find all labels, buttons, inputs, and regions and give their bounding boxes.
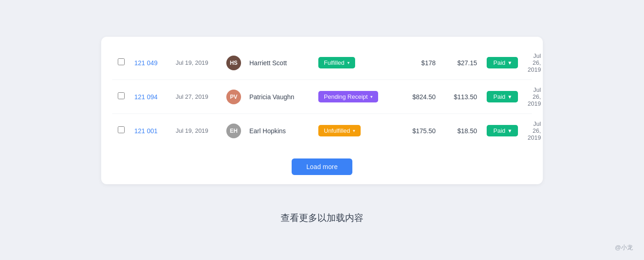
order-tax: $113.50	[436, 93, 477, 101]
table-row: 121 001 Jul 19, 2019 EH Earl Hopkins Unf…	[112, 114, 532, 147]
order-amount: $824.50	[394, 93, 436, 101]
chevron-down-icon: ▾	[508, 93, 512, 100]
avatar-col: PV	[226, 90, 249, 104]
fulfillment-badge[interactable]: Pending Receipt ▾	[318, 91, 378, 102]
row-checkbox-col	[118, 58, 134, 67]
avatar-col: EH	[226, 124, 249, 138]
table-body: 121 049 Jul 19, 2019 HS Harriett Scott F…	[112, 46, 532, 147]
payment-badge[interactable]: Paid ▾	[487, 91, 518, 102]
avatar: PV	[226, 90, 241, 104]
load-more-button[interactable]: Load more	[292, 158, 352, 175]
last-date: Jul 26, 2019	[528, 120, 545, 141]
last-date: Jul 26, 2019	[528, 86, 545, 107]
customer-name: Earl Hopkins	[249, 127, 318, 135]
order-id[interactable]: 121 049	[134, 59, 176, 67]
orders-card: 121 049 Jul 19, 2019 HS Harriett Scott F…	[101, 37, 543, 184]
customer-name: Harriett Scott	[249, 59, 318, 67]
fulfillment-status-col: Unfulfilled ▾	[318, 125, 394, 136]
payment-badge[interactable]: Paid ▾	[487, 57, 518, 68]
row-checkbox-col	[118, 126, 134, 135]
table-row: 121 094 Jul 27, 2019 PV Patricia Vaughn …	[112, 80, 532, 114]
row-checkbox[interactable]	[118, 58, 125, 65]
chevron-down-icon: ▾	[353, 128, 355, 133]
fulfillment-status-col: Fulfilled ▾	[318, 57, 394, 68]
order-tax: $18.50	[436, 127, 477, 135]
payment-status-col: Paid ▾	[477, 57, 528, 68]
row-checkbox[interactable]	[118, 126, 125, 133]
fulfillment-status-col: Pending Receipt ▾	[318, 91, 394, 102]
order-date: Jul 27, 2019	[176, 93, 226, 100]
order-tax: $27.15	[436, 59, 477, 67]
order-amount: $175.50	[394, 127, 436, 135]
order-id[interactable]: 121 001	[134, 127, 176, 135]
avatar-col: HS	[226, 56, 249, 70]
payment-status-col: Paid ▾	[477, 125, 528, 136]
table-row: 121 049 Jul 19, 2019 HS Harriett Scott F…	[112, 46, 532, 80]
order-date: Jul 19, 2019	[176, 59, 226, 66]
order-id[interactable]: 121 094	[134, 93, 176, 101]
order-amount: $178	[394, 59, 436, 67]
fulfillment-badge[interactable]: Fulfilled ▾	[318, 57, 355, 68]
fulfillment-badge[interactable]: Unfulfilled ▾	[318, 125, 361, 136]
customer-name: Patricia Vaughn	[249, 93, 318, 101]
payment-badge[interactable]: Paid ▾	[487, 125, 518, 136]
load-more-container: Load more	[112, 158, 532, 175]
watermark: @小龙	[615, 243, 633, 252]
payment-status-col: Paid ▾	[477, 91, 528, 102]
order-date: Jul 19, 2019	[176, 127, 226, 134]
chevron-down-icon: ▾	[508, 59, 512, 66]
chevron-down-icon: ▾	[370, 94, 373, 99]
last-date: Jul 26, 2019	[528, 52, 545, 73]
footer-text: 查看更多以加载内容	[281, 212, 363, 224]
avatar: HS	[226, 56, 241, 70]
row-checkbox[interactable]	[118, 92, 125, 99]
row-checkbox-col	[118, 92, 134, 101]
chevron-down-icon: ▾	[347, 60, 350, 65]
avatar: EH	[226, 124, 241, 138]
chevron-down-icon: ▾	[508, 127, 512, 134]
